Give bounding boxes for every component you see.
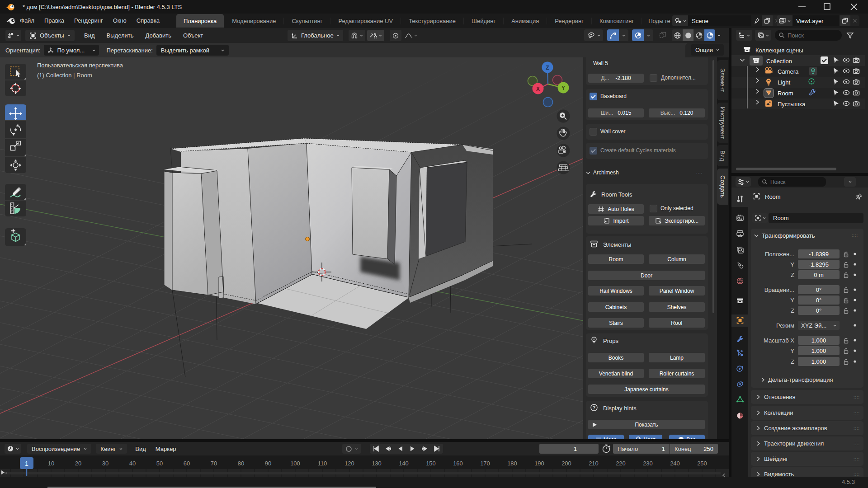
svg-text:190: 190 (534, 460, 544, 467)
svg-text:?: ? (593, 405, 595, 410)
svg-text:220: 220 (616, 460, 626, 467)
svg-text:140: 140 (399, 460, 409, 467)
svg-text:110: 110 (318, 460, 327, 467)
svg-text:120: 120 (344, 460, 354, 467)
svg-text:50: 50 (156, 460, 163, 467)
svg-text:Z: Z (546, 65, 549, 71)
svg-text:X: X (536, 86, 540, 92)
svg-text:10: 10 (48, 460, 54, 467)
svg-text:170: 170 (480, 460, 490, 467)
svg-text:210: 210 (589, 460, 599, 467)
svg-text:250: 250 (697, 460, 707, 467)
svg-text:90: 90 (265, 460, 271, 467)
svg-text:150: 150 (426, 460, 436, 467)
svg-text:200: 200 (561, 460, 571, 467)
svg-text:180: 180 (507, 460, 517, 467)
svg-text:80: 80 (238, 460, 244, 467)
svg-text:130: 130 (372, 460, 382, 467)
svg-text:60: 60 (184, 460, 190, 467)
svg-text:100: 100 (290, 460, 300, 467)
svg-text:1: 1 (25, 460, 28, 467)
svg-text:240: 240 (670, 460, 680, 467)
svg-text:Y: Y (561, 85, 565, 91)
svg-text:70: 70 (211, 460, 217, 467)
svg-text:160: 160 (453, 460, 463, 467)
svg-text:230: 230 (643, 460, 653, 467)
svg-text:40: 40 (129, 460, 136, 467)
svg-text:20: 20 (75, 460, 81, 467)
svg-text:30: 30 (102, 460, 108, 467)
